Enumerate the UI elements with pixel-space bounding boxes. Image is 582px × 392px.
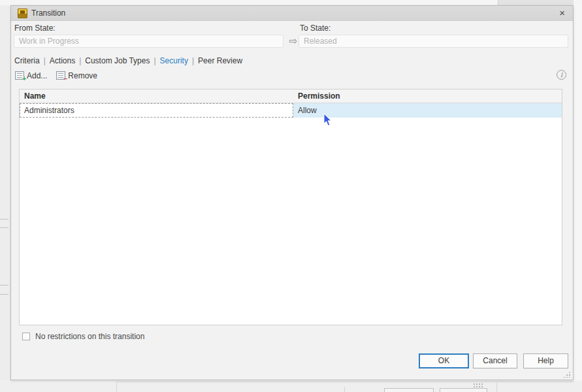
transition-arrow-icon: ⇨: [287, 35, 300, 47]
grid-header-row: Name Permission: [20, 90, 562, 103]
remove-button-label: Remove: [68, 71, 97, 80]
background-right-strip: [574, 5, 582, 392]
to-state-input[interactable]: Released: [299, 35, 568, 48]
table-row[interactable]: Administrators Allow: [20, 103, 562, 118]
help-button[interactable]: Help: [523, 353, 568, 368]
no-restrictions-label: No restrictions on this transition: [35, 332, 144, 341]
dialog-titlebar[interactable]: Transition ×: [11, 6, 573, 21]
background-bottom-area: [0, 380, 582, 392]
background-button-outline: [384, 388, 434, 392]
cell-permission[interactable]: Allow: [293, 103, 563, 118]
tab-criteria[interactable]: Criteria: [14, 56, 40, 65]
tab-security[interactable]: Security: [160, 56, 188, 65]
background-window-edge: [116, 382, 117, 392]
column-header-permission[interactable]: Permission: [298, 91, 340, 101]
background-button-outline: [440, 388, 487, 392]
no-restrictions-checkbox[interactable]: [22, 333, 30, 340]
tab-actions[interactable]: Actions: [50, 56, 75, 65]
grid-toolbar: + Add... − Remove: [15, 70, 97, 81]
minus-icon: −: [64, 76, 68, 82]
add-button-label: Add...: [27, 71, 47, 80]
background-line: [0, 219, 8, 220]
tab-separator: |: [40, 56, 50, 65]
cell-name[interactable]: Administrators: [20, 103, 293, 118]
screen: Transition × From State: Work in Progres…: [0, 0, 582, 392]
background-window-edge-top: [498, 0, 574, 5]
ok-button[interactable]: OK: [419, 353, 469, 368]
column-header-name[interactable]: Name: [24, 91, 46, 101]
tab-bar: Criteria|Actions|Custom Job Types|Securi…: [14, 56, 242, 65]
tab-separator: |: [188, 56, 198, 65]
resize-grip[interactable]: [563, 371, 571, 378]
background-line: [0, 227, 8, 228]
background-line: [0, 285, 8, 286]
background-window-edge: [496, 383, 497, 392]
tab-peer-review[interactable]: Peer Review: [198, 56, 242, 65]
cancel-button[interactable]: Cancel: [473, 353, 517, 368]
info-icon[interactable]: i: [557, 70, 566, 80]
transition-dialog: Transition × From State: Work in Progres…: [10, 5, 574, 380]
background-window-edge: [116, 382, 574, 382]
plus-icon: +: [22, 76, 26, 82]
to-state-label: To State:: [300, 24, 331, 33]
add-button[interactable]: + Add...: [15, 71, 47, 80]
remove-button[interactable]: − Remove: [56, 71, 97, 80]
add-list-icon: +: [15, 71, 24, 80]
background-top-strip: [0, 0, 582, 5]
no-restrictions-row: No restrictions on this transition: [22, 332, 144, 341]
tab-separator: |: [75, 56, 85, 65]
background-window-edge: [344, 387, 345, 392]
from-state-input[interactable]: Work in Progress: [14, 35, 283, 48]
remove-list-icon: −: [56, 71, 65, 80]
transition-app-icon: [18, 8, 27, 18]
background-line: [0, 294, 8, 295]
from-state-label: From State:: [14, 24, 56, 33]
mouse-cursor: [323, 114, 332, 127]
dialog-title: Transition: [31, 8, 65, 18]
tab-custom-job-types[interactable]: Custom Job Types: [85, 56, 150, 65]
close-icon[interactable]: ×: [559, 7, 565, 19]
tab-separator: |: [150, 56, 159, 65]
background-left-strip: [0, 5, 8, 392]
background-resize-grip: [473, 383, 483, 387]
security-grid: Name Permission Administrators Allow: [19, 89, 562, 325]
